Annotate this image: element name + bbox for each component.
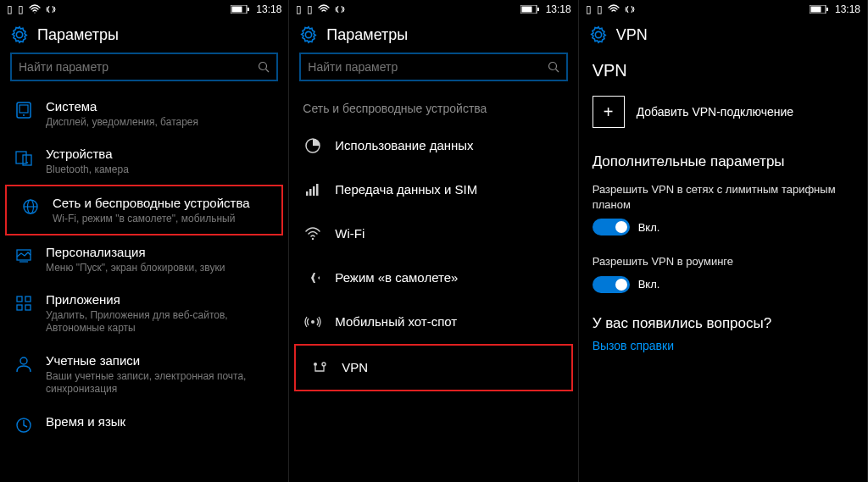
status-bar: ▯ ▯ 13:18 <box>579 0 867 19</box>
accounts-icon <box>14 354 34 374</box>
add-vpn-label: Добавить VPN-подключение <box>637 105 794 119</box>
sim1-icon: ▯ <box>586 4 592 14</box>
svg-line-26 <box>555 69 559 73</box>
globe-icon <box>20 197 41 217</box>
toggle-state: Вкл. <box>638 221 660 234</box>
page-header: Параметры <box>0 19 288 53</box>
apps-icon <box>14 293 34 313</box>
page-header: Параметры <box>289 19 577 53</box>
item-title: Режим «в самолете» <box>335 269 564 286</box>
hotspot-icon <box>303 312 323 332</box>
network-item-vpn[interactable]: VPN <box>296 346 570 390</box>
sim1-icon: ▯ <box>296 4 302 14</box>
vpn-heading: VPN <box>593 61 854 80</box>
item-title: Использование данных <box>335 137 564 154</box>
network-item-airplane[interactable]: Режим «в самолете» <box>289 256 577 300</box>
item-sub: Удалить, Приложения для веб-сайтов, Авто… <box>46 309 275 335</box>
page-title: Параметры <box>37 26 119 44</box>
toggle-state: Вкл. <box>638 278 660 291</box>
status-time: 13:18 <box>546 3 571 15</box>
status-bar: ▯ ▯ 13:18 <box>0 0 288 19</box>
svg-rect-23 <box>521 7 531 13</box>
gear-icon <box>10 25 29 44</box>
help-link[interactable]: Вызов справки <box>593 339 854 352</box>
cellular-icon <box>303 180 323 200</box>
svg-point-10 <box>26 162 28 163</box>
svg-point-34 <box>314 363 317 366</box>
item-title: Время и язык <box>46 413 275 430</box>
settings-item-personalization[interactable]: Персонализация Меню "Пуск", экран блокир… <box>0 235 288 283</box>
panel-settings-root: ▯ ▯ 13:18 Параметры <box>0 0 289 482</box>
item-title: VPN <box>342 359 557 376</box>
svg-rect-8 <box>16 152 26 163</box>
network-item-cellular[interactable]: Передача данных и SIM <box>289 168 577 212</box>
gear-icon <box>299 25 318 44</box>
setting-vpn-metered: Разрешить VPN в сетях с лимитным тарифны… <box>593 182 854 235</box>
network-item-data-usage[interactable]: Использование данных <box>289 124 577 168</box>
battery-icon <box>810 5 828 14</box>
svg-rect-19 <box>25 305 31 310</box>
settings-item-accounts[interactable]: Учетные записи Ваши учетные записи, элек… <box>0 344 288 405</box>
settings-item-system[interactable]: Система Дисплей, уведомления, батарея <box>0 90 288 137</box>
svg-rect-37 <box>810 7 821 13</box>
setting-vpn-roaming: Разрешить VPN в роуминге Вкл. <box>593 254 854 293</box>
settings-item-devices[interactable]: Устройства Bluetooth, камера <box>0 137 288 185</box>
item-title: Персонализация <box>46 244 275 261</box>
sim2-icon: ▯ <box>18 4 24 14</box>
devices-icon <box>14 147 34 168</box>
search-box[interactable] <box>299 53 567 81</box>
svg-point-33 <box>311 320 314 324</box>
search-icon <box>258 61 270 73</box>
sim2-icon: ▯ <box>307 4 313 14</box>
setting-label: Разрешить VPN в сетях с лимитным тарифны… <box>593 182 854 212</box>
item-sub: Меню "Пуск", экран блокировки, звуки <box>46 262 275 275</box>
item-title: Устройства <box>46 146 275 163</box>
add-vpn-button[interactable]: + Добавить VPN-подключение <box>593 96 854 128</box>
airplane-icon <box>303 268 323 288</box>
settings-item-time-language[interactable]: Время и язык <box>0 405 288 444</box>
wifi-icon <box>318 4 330 14</box>
setting-label: Разрешить VPN в роуминге <box>593 254 854 269</box>
svg-rect-38 <box>826 8 828 11</box>
item-title: Мобильный хот-спот <box>335 313 564 330</box>
settings-item-apps[interactable]: Приложения Удалить, Приложения для веб-с… <box>0 283 288 344</box>
battery-icon <box>520 5 539 14</box>
item-title: Система <box>46 98 275 115</box>
svg-point-35 <box>322 363 326 366</box>
vibrate-icon <box>46 4 56 14</box>
svg-rect-6 <box>19 105 28 113</box>
network-item-hotspot[interactable]: Мобильный хот-спот <box>289 300 577 344</box>
vibrate-icon <box>625 4 635 14</box>
search-input[interactable] <box>19 60 253 74</box>
search-icon <box>548 61 559 73</box>
wifi-icon <box>608 4 620 14</box>
panel-vpn: ▯ ▯ 13:18 VPN VPN + Добавить VPN-подключ… <box>579 0 868 482</box>
battery-icon <box>231 5 249 14</box>
item-sub: Дисплей, уведомления, батарея <box>46 116 275 130</box>
vibrate-icon <box>335 4 345 14</box>
network-item-wifi[interactable]: Wi-Fi <box>289 212 577 256</box>
toggle-vpn-roaming[interactable] <box>593 276 630 293</box>
data-usage-icon <box>303 136 323 156</box>
personalization-icon <box>14 246 34 266</box>
status-bar: ▯ ▯ 13:18 <box>289 0 577 19</box>
svg-point-3 <box>259 63 267 70</box>
svg-rect-29 <box>309 189 312 196</box>
svg-rect-16 <box>17 296 22 302</box>
section-label: Сеть и беспроводные устройства <box>289 90 577 124</box>
page-title: Параметры <box>326 26 408 44</box>
search-input[interactable] <box>308 60 542 74</box>
system-icon <box>14 100 34 120</box>
highlight-vpn: VPN <box>294 344 572 391</box>
plus-icon: + <box>593 96 625 128</box>
item-sub: Bluetooth, камера <box>46 163 275 177</box>
svg-point-7 <box>23 114 25 116</box>
additional-params-heading: Дополнительные параметры <box>593 153 854 170</box>
svg-rect-17 <box>25 296 31 302</box>
svg-point-20 <box>20 357 27 364</box>
search-box[interactable] <box>10 53 278 81</box>
settings-item-network[interactable]: Сеть и беспроводные устройства Wi-Fi, ре… <box>7 186 281 234</box>
item-title: Приложения <box>46 291 275 308</box>
sim2-icon: ▯ <box>597 4 603 14</box>
toggle-vpn-metered[interactable] <box>593 219 630 235</box>
